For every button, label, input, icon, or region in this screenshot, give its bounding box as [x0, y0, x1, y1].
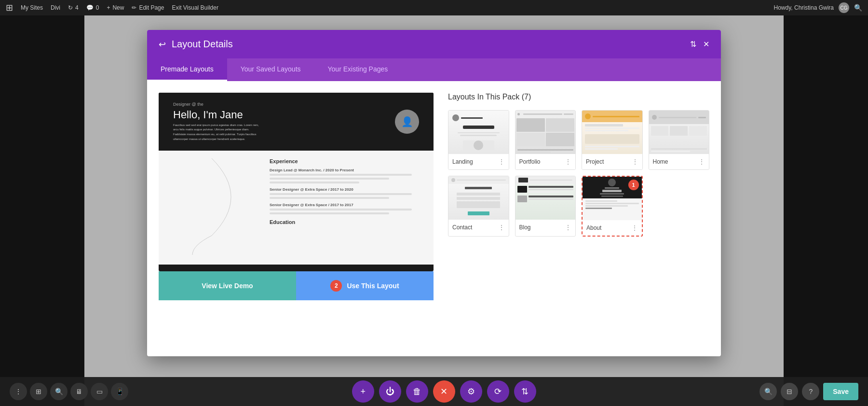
preview-image: Designer @ the Hello, I'm Jane Faucibus …	[159, 93, 434, 271]
adjust-center-button[interactable]: ⇅	[514, 380, 536, 403]
my-sites[interactable]: My Sites	[21, 4, 43, 11]
settings-button[interactable]: ⚙	[460, 380, 482, 403]
layout-menu-project[interactable]: ⋮	[632, 158, 638, 166]
layout-menu-portfolio[interactable]: ⋮	[565, 158, 571, 166]
gear-icon: ⚙	[467, 386, 475, 397]
preview-buttons: View Live Demo 2 Use This Layout	[159, 271, 434, 300]
trash-icon: 🗑	[413, 387, 421, 397]
selected-badge: 1	[628, 180, 639, 190]
layout-menu-contact[interactable]: ⋮	[498, 224, 505, 231]
layout-thumb-portfolio	[515, 111, 576, 154]
layout-footer-blog: Blog ⋮	[515, 220, 576, 235]
howdy-text: Howdy, Christina Gwira	[774, 4, 834, 11]
preview-light-section: Experience Design Lead @ Monarch Inc. / …	[159, 151, 434, 265]
power-button[interactable]: ⏻	[379, 380, 401, 403]
layout-card-portfolio[interactable]: Portfolio ⋮	[515, 110, 576, 170]
help-button[interactable]: ?	[802, 383, 819, 400]
layout-card-project[interactable]: Project ⋮	[582, 110, 643, 170]
view-demo-button[interactable]: View Live Demo	[159, 271, 296, 300]
comments-icon: 💬	[86, 4, 94, 11]
divi-menu[interactable]: Divi	[51, 4, 60, 11]
toolbar-right: 🔍 ⊟ ? Save	[760, 383, 858, 400]
grid-button[interactable]: ⊞	[30, 383, 47, 400]
close-icon: ✕	[440, 386, 448, 397]
layout-footer-contact: Contact ⋮	[448, 220, 509, 235]
search-icon[interactable]: 🔍	[854, 4, 862, 12]
help-icon: ?	[809, 388, 813, 395]
desktop-icon: 🖥	[76, 388, 82, 395]
mobile-icon: 📱	[116, 388, 124, 395]
layouts-grid: Landing ⋮	[448, 110, 709, 237]
layouts-title: Layouts In This Pack (7)	[448, 93, 709, 101]
desktop-button[interactable]: 🖥	[70, 383, 88, 400]
add-section-button[interactable]: +	[352, 380, 374, 403]
preview-text-left: Designer @ the Hello, I'm Jane Faucibus …	[173, 102, 259, 141]
edit-page[interactable]: ✏ Edit Page	[132, 4, 164, 11]
search-left-button[interactable]: 🔍	[50, 383, 68, 400]
history-button[interactable]: ⟳	[487, 380, 509, 403]
adjust-center-icon: ⇅	[521, 386, 529, 397]
layout-menu-landing[interactable]: ⋮	[498, 158, 505, 166]
layout-card-home[interactable]: Home ⋮	[649, 110, 710, 170]
layout-menu-about[interactable]: ⋮	[631, 224, 638, 232]
new-button[interactable]: + New	[107, 4, 124, 11]
use-layout-button[interactable]: 2 Use This Layout	[296, 271, 434, 300]
page-background: ↩ Layout Details ⇅ ✕ Premade Layouts You…	[0, 15, 868, 406]
layout-footer-home: Home ⋮	[649, 154, 709, 169]
modal-overlay: ↩ Layout Details ⇅ ✕ Premade Layouts You…	[0, 15, 868, 406]
layout-menu-home[interactable]: ⋮	[698, 158, 705, 166]
layout-details-modal: ↩ Layout Details ⇅ ✕ Premade Layouts You…	[147, 30, 721, 356]
user-avatar[interactable]: CG	[839, 2, 849, 13]
search-right-icon: 🔍	[764, 388, 773, 395]
power-icon: ⏻	[386, 387, 394, 397]
trash-button[interactable]: 🗑	[406, 380, 428, 403]
tab-saved-layouts[interactable]: Your Saved Layouts	[227, 58, 314, 81]
close-active-button[interactable]: ✕	[433, 380, 455, 403]
modal-header-left: ↩ Layout Details	[159, 39, 233, 50]
back-button[interactable]: ↩	[159, 39, 166, 50]
tab-premade-layouts[interactable]: Premade Layouts	[147, 58, 227, 81]
layout-card-contact[interactable]: Contact ⋮	[448, 176, 509, 237]
adjust-icon[interactable]: ⇅	[690, 40, 696, 49]
layout-footer-about: About ⋮	[583, 220, 642, 236]
comments-count[interactable]: 💬 0	[86, 4, 99, 11]
layout-footer-portfolio: Portfolio ⋮	[515, 154, 576, 169]
layout-thumb-project	[582, 111, 642, 154]
updates-icon: ↻	[68, 4, 73, 11]
dots-icon: ⋮	[15, 388, 22, 395]
wp-logo[interactable]: ⊞	[6, 2, 13, 13]
layers-icon: ⊟	[787, 388, 792, 395]
dots-button[interactable]: ⋮	[10, 383, 27, 400]
tablet-button[interactable]: ▭	[91, 383, 108, 400]
close-icon[interactable]: ✕	[703, 40, 709, 49]
layout-card-landing[interactable]: Landing ⋮	[448, 110, 509, 170]
search-left-icon: 🔍	[55, 388, 63, 395]
save-button[interactable]: Save	[823, 383, 858, 400]
exit-visual-builder[interactable]: Exit Visual Builder	[172, 4, 218, 11]
layout-thumb-landing	[448, 111, 509, 154]
grid-icon: ⊞	[36, 388, 41, 395]
modal-header-right: ⇅ ✕	[690, 40, 709, 49]
layers-button[interactable]: ⊟	[781, 383, 798, 400]
layout-menu-blog[interactable]: ⋮	[565, 224, 571, 231]
layout-thumb-blog	[515, 176, 576, 220]
modal-body: Designer @ the Hello, I'm Jane Faucibus …	[147, 81, 721, 356]
history-icon: ⟳	[494, 386, 502, 397]
preview-area: Designer @ the Hello, I'm Jane Faucibus …	[159, 93, 434, 345]
mobile-button[interactable]: 📱	[111, 383, 128, 400]
search-right-button[interactable]: 🔍	[760, 383, 777, 400]
modal-title: Layout Details	[172, 39, 233, 50]
layout-footer-project: Project ⋮	[582, 154, 642, 169]
layout-thumb-contact	[448, 176, 509, 220]
tab-existing-pages[interactable]: Your Existing Pages	[314, 58, 402, 81]
tablet-icon: ▭	[96, 388, 103, 395]
modal-header: ↩ Layout Details ⇅ ✕	[147, 30, 721, 58]
divi-label: Divi	[51, 4, 60, 11]
layout-card-blog[interactable]: Blog ⋮	[515, 176, 576, 237]
updates-count[interactable]: ↻ 4	[68, 4, 79, 11]
layout-thumb-home	[649, 111, 709, 154]
step-2-badge: 2	[330, 280, 342, 292]
bottom-toolbar: ⋮ ⊞ 🔍 🖥 ▭ 📱 + ⏻	[0, 377, 868, 406]
layout-card-about[interactable]: 1	[582, 176, 643, 237]
preview-dark-top: Designer @ the Hello, I'm Jane Faucibus …	[159, 93, 434, 151]
